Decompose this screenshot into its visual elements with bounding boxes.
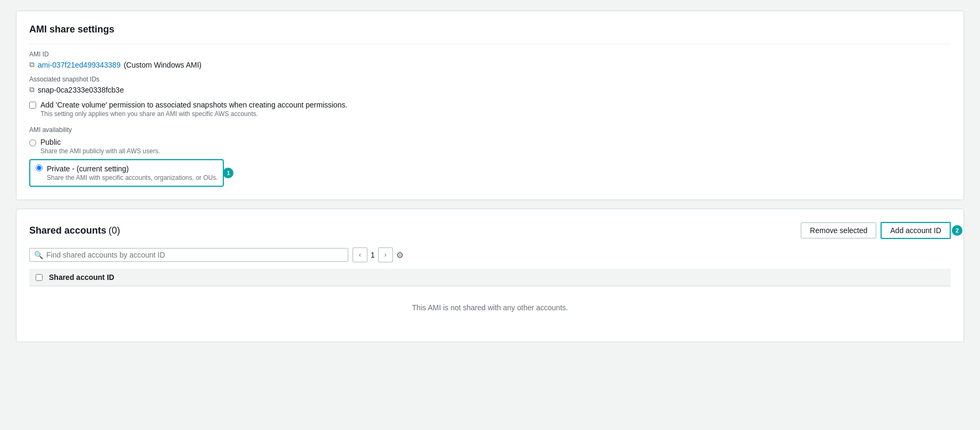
create-volume-subtext: This setting only applies when you share… bbox=[40, 110, 347, 118]
snapshot-copy-icon: ⧉ bbox=[29, 85, 35, 94]
shared-accounts-count: (0) bbox=[108, 225, 120, 236]
annotation-1-badge: 1 bbox=[223, 168, 233, 178]
header-buttons: Remove selected Add account ID 2 bbox=[801, 222, 951, 239]
prev-page-button[interactable]: ‹ bbox=[353, 247, 367, 262]
search-box: 🔍 bbox=[29, 248, 348, 262]
add-account-id-button[interactable]: Add account ID bbox=[881, 222, 951, 239]
page-number: 1 bbox=[371, 251, 375, 259]
table-header: Shared account ID bbox=[29, 269, 951, 286]
private-radio[interactable] bbox=[36, 164, 43, 171]
public-text-block: Public Share the AMI publicly with all A… bbox=[40, 138, 160, 155]
ami-availability-label: AMI availability bbox=[29, 126, 951, 134]
public-subtext: Share the AMI publicly with all AWS user… bbox=[40, 147, 160, 155]
shared-accounts-header: Shared accounts (0) Remove selected Add … bbox=[29, 222, 951, 239]
create-volume-text-block: Add 'Create volume' permission to associ… bbox=[40, 101, 347, 118]
create-volume-checkbox-row: Add 'Create volume' permission to associ… bbox=[29, 101, 951, 118]
private-option-container: Private - (current setting) Share the AM… bbox=[29, 159, 224, 187]
remove-selected-button[interactable]: Remove selected bbox=[801, 222, 876, 238]
private-label[interactable]: Private - (current setting) bbox=[47, 164, 129, 173]
ami-share-settings-card: AMI share settings AMI ID ⧉ ami-037f21ed… bbox=[16, 11, 964, 200]
private-subtext: Share the AMI with specific accounts, or… bbox=[47, 174, 217, 181]
search-row: 🔍 ‹ 1 › ⚙ bbox=[29, 247, 951, 262]
ami-id-suffix: (Custom Windows AMI) bbox=[124, 61, 202, 69]
table-settings-button[interactable]: ⚙ bbox=[396, 250, 404, 260]
table-empty-message: This AMI is not shared with any other ac… bbox=[29, 286, 951, 329]
shared-accounts-card: Shared accounts (0) Remove selected Add … bbox=[16, 209, 964, 342]
copy-icon: ⧉ bbox=[29, 60, 35, 69]
ami-id-label: AMI ID bbox=[29, 51, 951, 58]
ami-id-link[interactable]: ami-037f21ed499343389 bbox=[38, 61, 121, 69]
ami-id-row: ⧉ ami-037f21ed499343389 (Custom Windows … bbox=[29, 60, 951, 69]
select-all-checkbox[interactable] bbox=[36, 274, 43, 281]
shared-accounts-title-row: Shared accounts (0) bbox=[29, 225, 120, 236]
public-radio-option: Public Share the AMI publicly with all A… bbox=[29, 138, 951, 155]
snapshot-section: Associated snapshot IDs ⧉ snap-0ca2333e0… bbox=[29, 76, 951, 94]
snapshot-id: snap-0ca2333e0338fcb3e bbox=[38, 86, 124, 94]
create-volume-checkbox[interactable] bbox=[29, 102, 36, 109]
search-input[interactable] bbox=[46, 251, 344, 259]
private-option-box: Private - (current setting) Share the AM… bbox=[29, 159, 224, 187]
public-radio[interactable] bbox=[29, 139, 36, 146]
snapshot-row: ⧉ snap-0ca2333e0338fcb3e bbox=[29, 85, 951, 94]
public-label[interactable]: Public bbox=[40, 138, 61, 146]
pagination-controls: ‹ 1 › ⚙ bbox=[353, 247, 404, 262]
search-icon: 🔍 bbox=[34, 251, 43, 259]
annotation-2-badge: 2 bbox=[952, 225, 962, 236]
shared-account-id-column-header: Shared account ID bbox=[49, 273, 114, 282]
shared-accounts-title: Shared accounts bbox=[29, 225, 106, 236]
private-text-block: Private - (current setting) Share the AM… bbox=[47, 164, 217, 181]
snapshot-label: Associated snapshot IDs bbox=[29, 76, 951, 83]
ami-share-settings-title: AMI share settings bbox=[29, 24, 951, 35]
create-volume-label: Add 'Create volume' permission to associ… bbox=[40, 101, 347, 109]
next-page-button[interactable]: › bbox=[378, 247, 393, 262]
add-account-button-wrapper: Add account ID 2 bbox=[881, 222, 951, 239]
